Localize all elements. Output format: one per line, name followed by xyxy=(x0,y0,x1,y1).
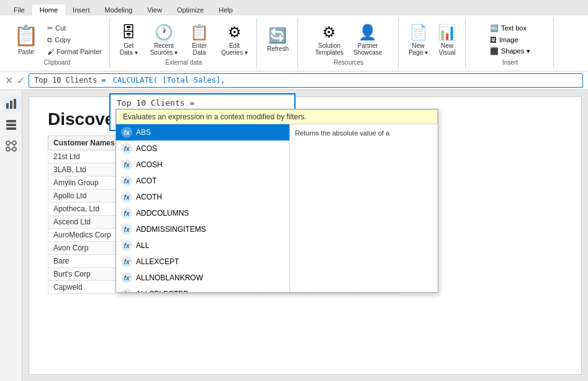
function-icon: fx xyxy=(121,272,132,283)
solution-templates-icon: ⚙ xyxy=(322,24,336,41)
cut-label: Cut xyxy=(55,24,66,32)
ac-item-acos[interactable]: fxACOS xyxy=(116,140,289,157)
svg-point-8 xyxy=(6,147,10,151)
image-button[interactable]: 🖼 Image xyxy=(486,35,534,45)
image-label: Image xyxy=(499,36,518,44)
tab-help[interactable]: Help xyxy=(211,4,240,16)
svg-rect-5 xyxy=(6,127,16,130)
table-cell: Capweld xyxy=(48,281,120,294)
svg-rect-3 xyxy=(6,120,16,122)
table-cell: Apollo Ltd xyxy=(48,190,120,203)
format-painter-button[interactable]: 🖌 Format Painter xyxy=(45,47,104,57)
paste-button[interactable]: 📋 Paste xyxy=(10,21,42,58)
refresh-button[interactable]: 🔄 Refresh xyxy=(263,24,292,55)
insert-group-label: Insert xyxy=(467,59,553,66)
sidebar-reports-button[interactable] xyxy=(2,95,20,112)
paste-icon: 📋 xyxy=(14,24,38,47)
tab-view[interactable]: View xyxy=(140,4,170,16)
table-cell: Bare xyxy=(48,255,120,268)
function-name: ACOTH xyxy=(136,193,162,201)
ac-item-allnoblankrow[interactable]: fxALLNOBLANKROW xyxy=(116,270,289,286)
ac-item-acot[interactable]: fxACOT xyxy=(116,173,289,189)
clipboard-group: 📋 Paste ✂ Cut ⧉ Copy 🖌 Format Painter xyxy=(5,18,110,68)
function-icon: fx xyxy=(121,143,132,154)
resources-group-label: Resources xyxy=(299,59,398,66)
recent-sources-button[interactable]: 🕐 RecentSources ▾ xyxy=(147,21,181,58)
get-data-label: GetData ▾ xyxy=(120,42,138,56)
main-area: Discover who o customer Customer Names Q… xyxy=(0,90,588,381)
table-cell: 21st Ltd xyxy=(48,150,120,163)
ac-item-abs[interactable]: fxABS xyxy=(116,124,289,140)
function-icon: fx xyxy=(121,288,132,292)
new-page-button[interactable]: 📄 NewPage ▾ xyxy=(405,21,432,58)
ac-item-acoth[interactable]: fxACOTH xyxy=(116,189,289,205)
function-icon: fx xyxy=(121,208,132,219)
function-name: ADDCOLUMNS xyxy=(136,209,189,218)
cut-button[interactable]: ✂ Cut xyxy=(45,23,104,34)
function-icon: fx xyxy=(121,256,132,267)
table-cell: Amylin Group xyxy=(48,177,120,190)
formula-input[interactable]: Top 10 Clients = CALCULATE( [Total Sales… xyxy=(29,73,583,88)
refresh-group: 🔄 Refresh xyxy=(258,18,298,68)
function-icon: fx xyxy=(121,175,132,186)
autocomplete-description: Returns the absolute value of a xyxy=(290,124,438,292)
tab-file[interactable]: File xyxy=(6,4,32,16)
edit-queries-button[interactable]: ⚙ EditQueries ▾ xyxy=(217,21,251,58)
ribbon: File Home Insert Modeling View Optimize … xyxy=(0,0,588,71)
function-icon: fx xyxy=(121,191,132,203)
formula-line1: Top 10 Clients = xyxy=(34,76,106,85)
ac-item-all[interactable]: fxALL xyxy=(116,237,289,254)
cut-icon: ✂ xyxy=(47,24,53,32)
svg-rect-1 xyxy=(10,101,12,109)
ac-item-addmissingitems[interactable]: fxADDMISSINGITEMS xyxy=(116,221,289,237)
refresh-icon: 🔄 xyxy=(268,27,287,44)
sidebar-data-button[interactable] xyxy=(2,116,20,134)
edit-queries-icon: ⚙ xyxy=(228,24,242,41)
shapes-button[interactable]: ⬛ Shapes ▾ xyxy=(486,46,534,57)
table-cell: Ascend Ltd xyxy=(48,216,120,229)
copy-label: Copy xyxy=(55,36,71,44)
partner-showcase-button[interactable]: 👤 PartnerShowcase xyxy=(350,21,386,58)
text-box-icon: 🔤 xyxy=(490,24,499,32)
formula-cancel-button[interactable]: ✕ xyxy=(5,75,13,86)
tab-optimize[interactable]: Optimize xyxy=(170,4,211,16)
autocomplete-dropdown: Evaluates an expression in a context mod… xyxy=(115,109,438,293)
ac-item-allselected[interactable]: fxALLSELECTED xyxy=(116,286,289,292)
model-icon xyxy=(6,140,17,152)
sidebar-model-button[interactable] xyxy=(2,137,20,155)
function-name: ACOSH xyxy=(136,160,163,169)
enter-data-label: EnterData xyxy=(192,42,207,56)
tab-home[interactable]: Home xyxy=(32,4,65,16)
get-data-icon: 🗄 xyxy=(121,24,136,41)
external-data-group: 🗄 GetData ▾ 🕐 RecentSources ▾ 📋 EnterDat… xyxy=(111,18,257,68)
new-visual-button[interactable]: 📊 NewVisual xyxy=(434,21,460,58)
ac-item-allexcept[interactable]: fxALLEXCEPT xyxy=(116,254,289,270)
svg-rect-2 xyxy=(14,99,16,109)
ac-item-addcolumns[interactable]: fxADDCOLUMNS xyxy=(116,205,289,221)
solution-templates-button[interactable]: ⚙ SolutionTemplates xyxy=(312,21,348,58)
format-painter-icon: 🖌 xyxy=(47,48,54,55)
clipboard-group-label: Clipboard xyxy=(5,59,109,66)
tab-modeling[interactable]: Modeling xyxy=(97,4,140,16)
formula-accept-button[interactable]: ✓ xyxy=(17,75,25,86)
table-cell: Burt's Corp xyxy=(48,268,120,281)
function-name: ADDMISSINGITEMS xyxy=(136,225,206,234)
get-data-button[interactable]: 🗄 GetData ▾ xyxy=(116,21,142,58)
autocomplete-tooltip: Evaluates an expression in a context mod… xyxy=(116,109,438,124)
function-name: ACOT xyxy=(136,177,156,185)
copy-button[interactable]: ⧉ Copy xyxy=(45,35,104,45)
new-page-label: NewPage ▾ xyxy=(409,42,428,56)
table-cell: Avon Corp xyxy=(48,242,120,255)
svg-rect-0 xyxy=(6,103,9,109)
svg-point-9 xyxy=(12,147,16,151)
data-icon xyxy=(6,119,17,131)
tab-insert[interactable]: Insert xyxy=(65,4,97,16)
text-box-button[interactable]: 🔤 Text box xyxy=(486,23,534,34)
ac-item-acosh[interactable]: fxACOSH xyxy=(116,157,289,173)
function-name: ALLSELECTED xyxy=(136,290,189,292)
copy-icon: ⧉ xyxy=(47,36,52,44)
new-page-icon: 📄 xyxy=(409,24,428,41)
enter-data-button[interactable]: 📋 EnterData xyxy=(186,21,212,58)
autocomplete-functions-list: fxABSfxACOSfxACOSHfxACOTfxACOTHfxADDCOLU… xyxy=(116,124,290,292)
partner-showcase-label: PartnerShowcase xyxy=(353,42,382,56)
